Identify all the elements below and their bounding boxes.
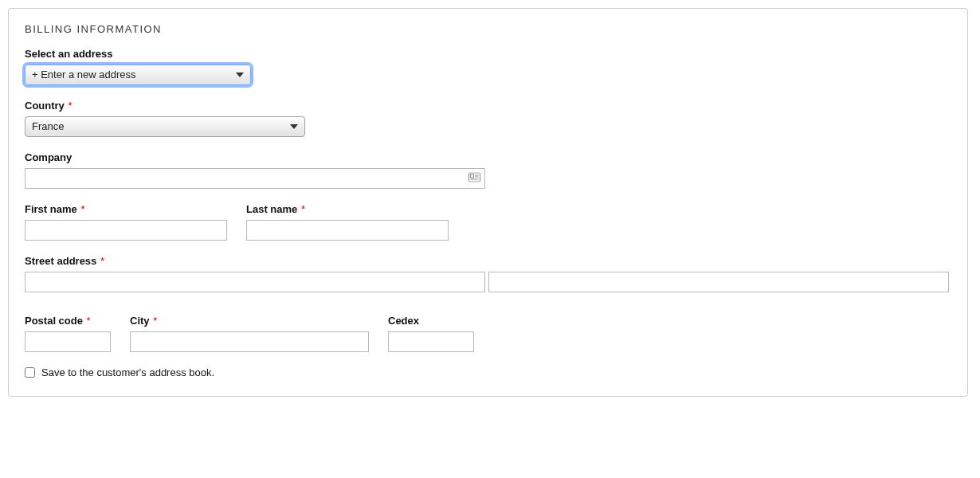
billing-information-panel: BILLING INFORMATION Select an address + …	[8, 8, 968, 397]
select-address-value: + Enter a new address	[32, 69, 135, 80]
city-label-text: City	[130, 315, 150, 327]
city-label: City *	[130, 315, 369, 327]
cedex-label: Cedex	[388, 315, 474, 327]
last-name-label-text: Last name	[246, 203, 297, 215]
required-mark: *	[68, 100, 72, 112]
cedex-input[interactable]	[388, 331, 474, 352]
required-mark: *	[87, 315, 91, 327]
country-value: France	[32, 120, 64, 132]
postal-city-row: Postal code * City * Cedex	[25, 315, 951, 352]
first-name-label-text: First name	[25, 203, 77, 215]
postal-label: Postal code *	[25, 315, 111, 327]
required-mark: *	[153, 315, 157, 327]
country-label: Country *	[25, 100, 951, 112]
company-input[interactable]	[25, 168, 485, 189]
panel-title: BILLING INFORMATION	[25, 23, 951, 35]
required-mark: *	[100, 255, 104, 267]
select-address-label: Select an address	[25, 48, 951, 60]
country-group: Country * France	[25, 100, 951, 137]
save-address-checkbox[interactable]	[25, 367, 35, 378]
name-row: First name * Last name *	[25, 203, 951, 241]
last-name-label: Last name *	[246, 203, 449, 215]
last-name-input[interactable]	[246, 220, 449, 241]
company-label: Company	[25, 151, 951, 163]
save-address-label: Save to the customer's address book.	[41, 366, 214, 378]
required-mark: *	[80, 203, 84, 215]
first-name-label: First name *	[25, 203, 227, 215]
save-address-row: Save to the customer's address book.	[25, 366, 951, 378]
select-address-group: Select an address + Enter a new address	[25, 48, 951, 85]
svg-rect-1	[471, 174, 474, 178]
required-mark: *	[301, 203, 305, 215]
street-group: Street address *	[25, 255, 951, 300]
city-input[interactable]	[130, 331, 369, 352]
street-address-line2-input[interactable]	[488, 272, 949, 292]
chevron-down-icon	[290, 124, 298, 129]
country-label-text: Country	[25, 100, 65, 112]
postal-code-input[interactable]	[25, 331, 111, 352]
company-group: Company	[25, 151, 951, 189]
postal-label-text: Postal code	[25, 315, 83, 327]
select-address-dropdown[interactable]: + Enter a new address	[25, 65, 251, 85]
street-label: Street address *	[25, 255, 951, 267]
contact-card-icon	[468, 173, 480, 185]
street-address-line1-input[interactable]	[25, 272, 485, 292]
chevron-down-icon	[236, 72, 244, 77]
country-dropdown[interactable]: France	[25, 116, 305, 137]
street-label-text: Street address	[25, 255, 96, 267]
first-name-input[interactable]	[25, 220, 227, 241]
